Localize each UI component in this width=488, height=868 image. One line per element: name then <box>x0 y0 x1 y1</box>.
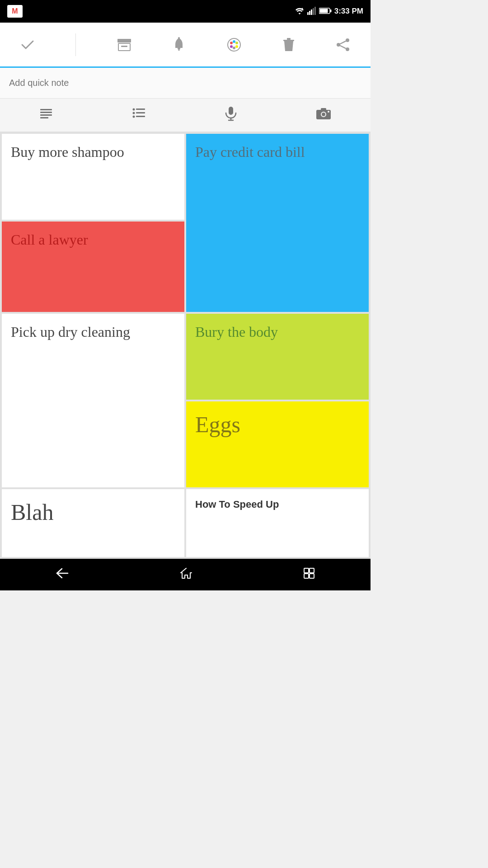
toolbar <box>0 23 371 68</box>
svg-point-17 <box>230 42 233 44</box>
quick-note-input[interactable] <box>0 68 371 99</box>
svg-rect-35 <box>136 108 145 110</box>
voice-note-button[interactable] <box>225 106 237 124</box>
note-eggs[interactable]: Eggs <box>186 401 369 487</box>
svg-point-45 <box>322 113 325 116</box>
image-note-button[interactable] <box>316 107 331 123</box>
svg-point-21 <box>233 47 235 49</box>
note-text: Bury the body <box>195 324 278 340</box>
quick-note-actions <box>0 99 371 132</box>
svg-line-29 <box>340 46 346 48</box>
svg-rect-50 <box>310 568 314 573</box>
note-buy-shampoo[interactable]: Buy more shampoo <box>2 134 184 220</box>
color-button[interactable] <box>226 37 242 52</box>
note-bury-body[interactable]: Bury the body <box>186 314 369 400</box>
svg-point-22 <box>230 45 233 48</box>
note-blah[interactable]: Blah <box>2 489 184 557</box>
svg-rect-31 <box>40 112 52 113</box>
share-button[interactable] <box>336 38 350 52</box>
svg-rect-32 <box>40 114 52 116</box>
recents-button[interactable] <box>303 567 315 582</box>
svg-rect-23 <box>283 40 294 41</box>
note-dry-cleaning[interactable]: Pick up dry cleaning <box>2 314 184 487</box>
svg-rect-37 <box>136 112 145 113</box>
svg-point-26 <box>337 43 340 47</box>
svg-rect-8 <box>330 9 331 12</box>
svg-rect-49 <box>304 568 309 573</box>
svg-line-28 <box>340 41 346 44</box>
notes-grid: Buy more shampoo Pay credit card bill Ca… <box>0 132 371 559</box>
quick-note-section <box>0 68 371 132</box>
back-button[interactable] <box>56 567 69 582</box>
svg-rect-2 <box>307 12 309 15</box>
note-text: How To Speed Up <box>195 499 279 510</box>
note-text: Call a lawyer <box>11 231 88 248</box>
time-display: 3:33 PM <box>334 7 363 16</box>
svg-rect-9 <box>319 9 328 13</box>
svg-rect-15 <box>178 49 180 51</box>
note-text: Buy more shampoo <box>11 144 124 160</box>
gmail-icon: M <box>7 5 23 18</box>
svg-rect-13 <box>178 48 180 49</box>
note-text: Eggs <box>195 412 240 437</box>
svg-point-38 <box>132 116 135 118</box>
svg-rect-4 <box>311 9 312 15</box>
svg-rect-12 <box>121 46 127 47</box>
svg-rect-10 <box>117 39 131 42</box>
svg-rect-51 <box>304 574 309 578</box>
svg-rect-3 <box>309 11 310 15</box>
svg-rect-39 <box>136 116 145 117</box>
note-pay-credit[interactable]: Pay credit card bill <box>186 134 369 312</box>
reminder-button[interactable] <box>173 37 185 52</box>
status-bar: M ! <box>0 0 371 23</box>
home-button[interactable] <box>180 567 192 582</box>
svg-rect-24 <box>287 38 291 40</box>
bottom-navigation <box>0 559 371 590</box>
svg-rect-30 <box>40 109 52 110</box>
check-button[interactable] <box>20 38 35 51</box>
wifi-icon: ! <box>295 7 305 16</box>
note-text: Pay credit card bill <box>195 144 305 160</box>
status-bar-left: M <box>7 5 23 18</box>
note-speed-up[interactable]: How To Speed Up <box>186 489 369 557</box>
svg-point-25 <box>346 38 349 42</box>
svg-point-19 <box>235 42 238 44</box>
svg-point-47 <box>328 111 329 113</box>
svg-point-14 <box>178 37 180 39</box>
toolbar-divider <box>75 33 76 56</box>
list-note-button[interactable] <box>132 107 146 123</box>
note-call-lawyer[interactable]: Call a lawyer <box>2 222 184 312</box>
svg-point-36 <box>132 112 135 114</box>
svg-rect-52 <box>310 574 314 578</box>
text-note-button[interactable] <box>39 108 53 123</box>
svg-rect-46 <box>321 108 326 110</box>
svg-point-18 <box>233 40 235 43</box>
status-bar-right: ! 3:33 PM <box>295 7 363 16</box>
svg-point-20 <box>235 45 238 48</box>
svg-rect-40 <box>229 107 233 115</box>
svg-point-34 <box>132 108 135 111</box>
svg-rect-33 <box>40 117 48 118</box>
svg-rect-5 <box>313 8 314 15</box>
svg-point-27 <box>346 47 349 51</box>
archive-button[interactable] <box>117 38 132 52</box>
delete-button[interactable] <box>282 37 295 52</box>
battery-icon <box>319 8 332 15</box>
note-text: Blah <box>11 500 53 525</box>
note-text: Pick up dry cleaning <box>11 324 130 340</box>
signal-icon <box>307 7 316 16</box>
svg-rect-6 <box>314 7 316 15</box>
